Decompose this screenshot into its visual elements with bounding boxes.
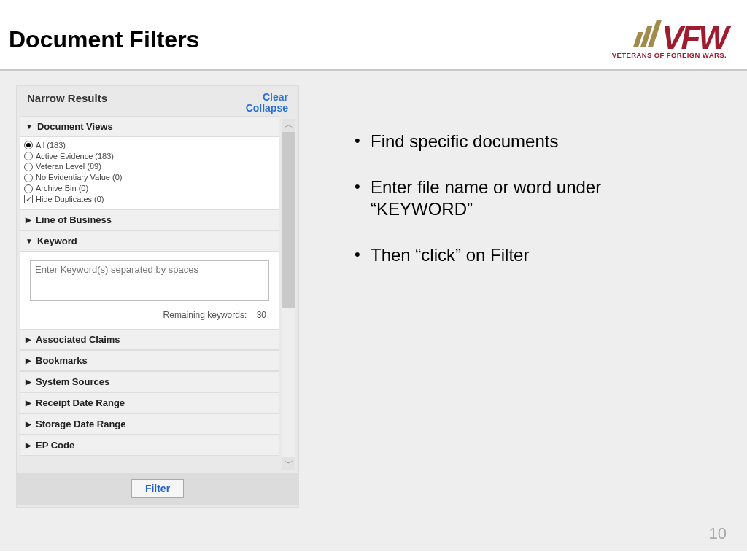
logo-text: VFW bbox=[662, 24, 727, 51]
section-bookmarks[interactable]: ▶ Bookmarks bbox=[20, 350, 279, 371]
filters-panel: Narrow Results Clear Collapse ▼ Document… bbox=[16, 85, 299, 508]
section-storage-date-range[interactable]: ▶ Storage Date Range bbox=[20, 413, 279, 435]
section-associated-claims[interactable]: ▶ Associated Claims bbox=[20, 329, 279, 350]
panel-links: Clear Collapse bbox=[246, 92, 288, 114]
checkbox-hide-duplicates[interactable]: ✓ Hide Duplicates (0) bbox=[24, 194, 275, 205]
slide-header: Document Filters VFW VETERANS OF FOREIGN… bbox=[0, 0, 747, 71]
chevron-right-icon: ▶ bbox=[26, 420, 31, 428]
section-label: Bookmarks bbox=[36, 355, 88, 366]
section-label: EP Code bbox=[36, 440, 74, 451]
chevron-right-icon: ▶ bbox=[26, 216, 31, 224]
page-title: Document Filters bbox=[9, 26, 199, 53]
radio-label: Archive Bin (0) bbox=[36, 183, 88, 194]
checkbox-icon: ✓ bbox=[24, 195, 33, 203]
logo-main: VFW bbox=[612, 20, 727, 51]
radio-label: Active Evidence (183) bbox=[36, 151, 114, 162]
keyword-body: Remaining keywords: 30 bbox=[20, 252, 279, 329]
radio-label: Veteran Level (89) bbox=[36, 161, 101, 172]
section-ep-code[interactable]: ▶ EP Code bbox=[20, 435, 279, 456]
remaining-label: Remaining keywords: bbox=[163, 310, 247, 320]
radio-no-evidentiary[interactable]: No Evidentiary Value (0) bbox=[24, 172, 275, 183]
scroll-thumb[interactable] bbox=[282, 132, 295, 308]
section-label: Storage Date Range bbox=[36, 419, 126, 429]
section-label: Receipt Date Range bbox=[36, 397, 125, 408]
bullet-item: Find specific documents bbox=[353, 131, 667, 153]
chevron-right-icon: ▶ bbox=[26, 357, 31, 365]
bullet-content: Find specific documents Enter file name … bbox=[353, 131, 667, 551]
section-label: Line of Business bbox=[36, 214, 112, 225]
radio-label: No Evidentiary Value (0) bbox=[36, 172, 122, 183]
radio-active-evidence[interactable]: Active Evidence (183) bbox=[24, 151, 275, 162]
scroll-down-icon[interactable]: ﹀ bbox=[282, 457, 295, 470]
logo-subtitle: VETERANS OF FOREIGN WARS. bbox=[612, 51, 727, 59]
bullet-item: Enter file name or word under “KEYWORD” bbox=[353, 176, 667, 221]
radio-archive-bin[interactable]: Archive Bin (0) bbox=[24, 183, 275, 194]
keyword-input[interactable] bbox=[30, 260, 269, 301]
radio-veteran-level[interactable]: Veteran Level (89) bbox=[24, 161, 275, 172]
chevron-down-icon: ▼ bbox=[26, 122, 33, 131]
panel-footer: Filter bbox=[17, 473, 298, 505]
slide-body: Narrow Results Clear Collapse ▼ Document… bbox=[0, 71, 747, 551]
accordion: ▼ Document Views All (183) Active Eviden… bbox=[20, 116, 279, 456]
section-receipt-date-range[interactable]: ▶ Receipt Date Range bbox=[20, 392, 279, 413]
chevron-right-icon: ▶ bbox=[26, 399, 31, 407]
radio-all[interactable]: All (183) bbox=[24, 140, 275, 151]
vfw-logo: VFW VETERANS OF FOREIGN WARS. bbox=[612, 20, 727, 59]
remaining-keywords: Remaining keywords: 30 bbox=[26, 308, 274, 323]
chevron-right-icon: ▶ bbox=[26, 335, 31, 343]
bullet-item: Then “click” on Filter bbox=[353, 244, 667, 267]
radio-icon bbox=[24, 141, 33, 149]
radio-icon bbox=[24, 163, 33, 171]
section-system-sources[interactable]: ▶ System Sources bbox=[20, 371, 279, 392]
remaining-value: 30 bbox=[257, 310, 266, 320]
chevron-right-icon: ▶ bbox=[26, 378, 31, 386]
radio-icon bbox=[24, 152, 33, 160]
radio-icon bbox=[24, 174, 33, 182]
panel-scrollbar[interactable]: ︿ ﹀ bbox=[282, 119, 295, 470]
radio-icon bbox=[24, 184, 33, 193]
chevron-down-icon: ▼ bbox=[26, 237, 33, 245]
chevron-right-icon: ▶ bbox=[26, 441, 31, 449]
clear-link[interactable]: Clear bbox=[246, 92, 288, 103]
section-line-of-business[interactable]: ▶ Line of Business bbox=[20, 209, 279, 230]
panel-title: Narrow Results bbox=[27, 92, 107, 114]
document-views-body: All (183) Active Evidence (183) Veteran … bbox=[20, 137, 279, 209]
slide-number: 10 bbox=[709, 524, 727, 543]
filter-button[interactable]: Filter bbox=[131, 479, 184, 498]
collapse-link[interactable]: Collapse bbox=[246, 103, 288, 114]
checkbox-label: Hide Duplicates (0) bbox=[36, 194, 104, 205]
section-label: Document Views bbox=[37, 121, 113, 132]
panel-scroll: ▼ Document Views All (183) Active Eviden… bbox=[17, 116, 298, 473]
section-document-views[interactable]: ▼ Document Views bbox=[20, 116, 279, 137]
section-keyword[interactable]: ▼ Keyword bbox=[20, 230, 279, 252]
section-label: Associated Claims bbox=[36, 334, 120, 345]
scroll-up-icon[interactable]: ︿ bbox=[282, 119, 295, 132]
scroll-track[interactable] bbox=[282, 132, 295, 457]
section-label: System Sources bbox=[36, 376, 109, 387]
panel-header: Narrow Results Clear Collapse bbox=[17, 86, 298, 116]
radio-label: All (183) bbox=[36, 140, 66, 151]
section-label: Keyword bbox=[37, 236, 77, 246]
stripes-icon bbox=[633, 20, 662, 47]
